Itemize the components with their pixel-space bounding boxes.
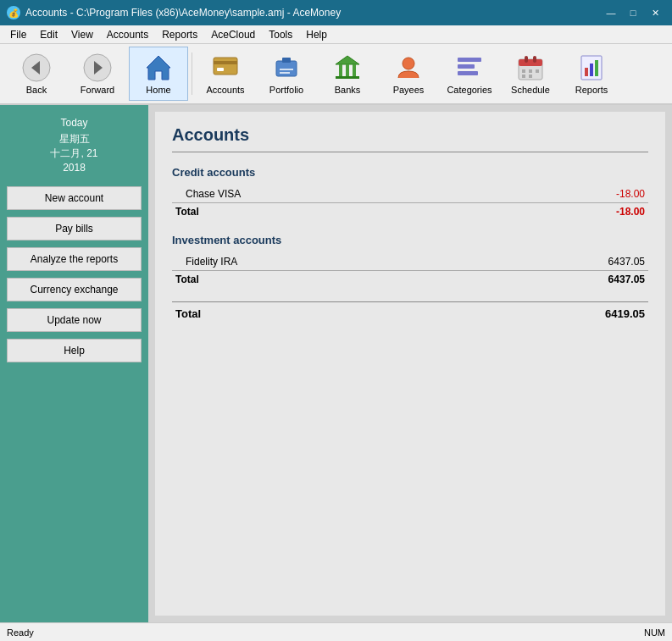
- svg-rect-25: [522, 69, 525, 73]
- svg-rect-14: [346, 64, 349, 76]
- fidelity-ira-amount: 6437.05: [464, 253, 648, 271]
- status-num: NUM: [644, 627, 665, 638]
- home-button[interactable]: Home: [129, 47, 188, 101]
- toolbar: Back Forward Home Accounts: [0, 44, 672, 105]
- schedule-label: Schedule: [511, 85, 550, 95]
- main-layout: Today 星期五 十二月, 21 2018 New account Pay b…: [0, 105, 672, 622]
- back-label: Back: [26, 85, 47, 95]
- svg-rect-9: [282, 58, 291, 63]
- title-divider: [172, 152, 648, 152]
- update-now-button[interactable]: Update now: [7, 308, 142, 332]
- svg-rect-16: [336, 76, 359, 79]
- svg-rect-26: [529, 69, 532, 73]
- credit-section-title: Credit accounts: [172, 166, 648, 179]
- menu-file[interactable]: File: [3, 27, 33, 42]
- credit-total-row: Total -18.00: [172, 203, 648, 221]
- month-day: 十二月, 21: [10, 146, 138, 161]
- menu-accounts[interactable]: Accounts: [100, 27, 155, 42]
- help-button[interactable]: Help: [7, 339, 142, 362]
- menu-acecloud[interactable]: AceCloud: [204, 27, 262, 42]
- grand-total-amount: 6419.05: [367, 302, 648, 323]
- portfolio-button[interactable]: Portfolio: [257, 47, 316, 101]
- menu-edit[interactable]: Edit: [33, 27, 64, 42]
- credit-total-amount: -18.00: [492, 203, 648, 221]
- svg-marker-12: [336, 56, 359, 64]
- today-label: Today: [10, 117, 138, 129]
- svg-marker-4: [147, 56, 170, 80]
- title-bar: 💰 Accounts - C:\Program Files (x86)\AceM…: [0, 0, 672, 25]
- back-button[interactable]: Back: [7, 47, 66, 101]
- analyze-reports-button[interactable]: Analyze the reports: [7, 247, 142, 271]
- toolbar-separator-1: [192, 52, 192, 95]
- svg-point-17: [403, 58, 414, 69]
- investment-section-title: Investment accounts: [172, 234, 648, 246]
- svg-rect-5: [214, 58, 237, 75]
- svg-rect-28: [522, 75, 525, 78]
- menu-view[interactable]: View: [64, 27, 100, 42]
- menu-help[interactable]: Help: [299, 27, 334, 42]
- close-button[interactable]: ✕: [645, 4, 665, 21]
- banks-button[interactable]: Banks: [318, 47, 377, 101]
- reports-toolbar-label: Reports: [575, 85, 608, 95]
- schedule-icon: [515, 52, 546, 83]
- home-label: Home: [146, 85, 170, 95]
- svg-rect-15: [353, 64, 356, 76]
- day-of-week: 星期五: [10, 132, 138, 146]
- menu-bar: File Edit View Accounts Reports AceCloud…: [0, 25, 672, 44]
- accounts-toolbar-label: Accounts: [206, 85, 244, 95]
- svg-rect-6: [214, 61, 237, 64]
- year: 2018: [10, 161, 138, 175]
- fidelity-ira-name: Fidelity IRA: [172, 253, 464, 271]
- currency-exchange-button[interactable]: Currency exchange: [7, 278, 142, 301]
- investment-total-label: Total: [172, 271, 464, 289]
- table-row: Fidelity IRA 6437.05: [172, 253, 648, 271]
- svg-rect-32: [590, 64, 593, 76]
- svg-rect-29: [529, 75, 532, 78]
- forward-label: Forward: [81, 85, 114, 95]
- payees-icon: [393, 52, 424, 83]
- status-ready: Ready: [7, 627, 34, 638]
- minimize-button[interactable]: —: [601, 4, 621, 21]
- menu-reports[interactable]: Reports: [155, 27, 204, 42]
- svg-rect-7: [217, 68, 224, 71]
- sidebar: Today 星期五 十二月, 21 2018 New account Pay b…: [0, 105, 148, 622]
- svg-rect-19: [458, 64, 475, 69]
- title-controls: — □ ✕: [601, 4, 665, 21]
- schedule-button[interactable]: Schedule: [501, 47, 560, 101]
- pay-bills-button[interactable]: Pay bills: [7, 217, 142, 240]
- investment-total-amount: 6437.05: [464, 271, 648, 289]
- date-display: 星期五 十二月, 21 2018: [10, 132, 138, 174]
- svg-rect-27: [536, 69, 539, 73]
- credit-accounts-table: Chase VISA -18.00 Total -18.00: [172, 185, 648, 220]
- reports-icon: [576, 52, 607, 83]
- svg-rect-24: [533, 56, 536, 63]
- grand-total-row: Total 6419.05: [172, 302, 648, 323]
- payees-button[interactable]: Payees: [379, 47, 438, 101]
- accounts-icon: [210, 52, 241, 83]
- reports-toolbar-button[interactable]: Reports: [562, 47, 621, 101]
- forward-icon: [82, 52, 113, 83]
- svg-rect-18: [458, 58, 481, 62]
- svg-rect-31: [585, 68, 588, 76]
- svg-rect-8: [276, 61, 297, 76]
- menu-tools[interactable]: Tools: [262, 27, 299, 42]
- svg-rect-33: [595, 60, 598, 76]
- banks-icon: [332, 52, 363, 83]
- svg-rect-20: [458, 71, 478, 75]
- accounts-toolbar-button[interactable]: Accounts: [196, 47, 255, 101]
- categories-button[interactable]: Categories: [440, 47, 499, 101]
- svg-rect-23: [525, 56, 528, 63]
- new-account-button[interactable]: New account: [7, 186, 142, 210]
- banks-label: Banks: [335, 85, 361, 95]
- today-box: Today 星期五 十二月, 21 2018: [7, 112, 142, 180]
- chase-visa-name: Chase VISA: [172, 185, 492, 203]
- maximize-button[interactable]: □: [623, 4, 643, 21]
- chase-visa-amount: -18.00: [492, 185, 648, 203]
- status-bar: Ready NUM: [0, 622, 672, 641]
- window-title: Accounts - C:\Program Files (x86)\AceMon…: [25, 7, 341, 19]
- investment-accounts-table: Fidelity IRA 6437.05 Total 6437.05: [172, 253, 648, 288]
- svg-rect-22: [519, 59, 542, 66]
- grand-total-label: Total: [172, 302, 367, 323]
- forward-button[interactable]: Forward: [68, 47, 127, 101]
- content-area: Accounts Credit accounts Chase VISA -18.…: [148, 105, 672, 622]
